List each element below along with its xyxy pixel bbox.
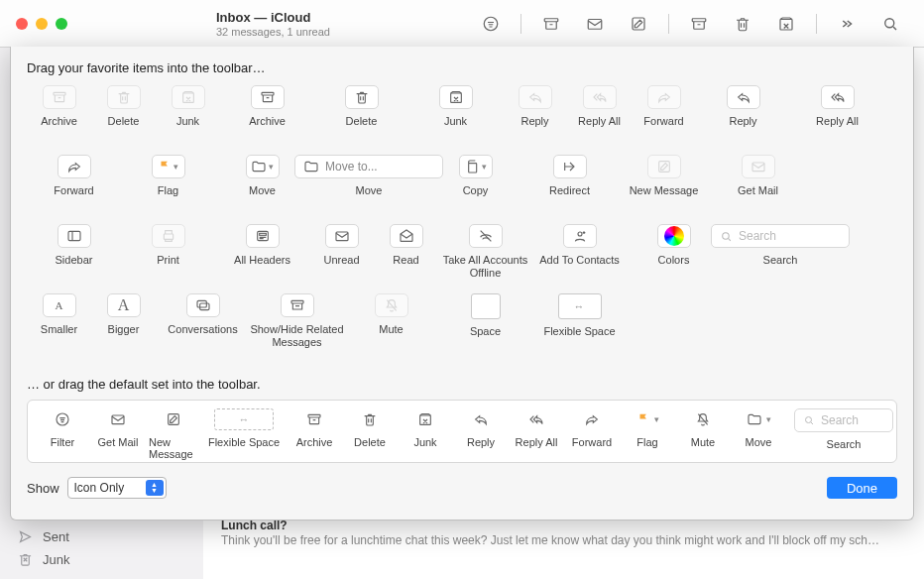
sidebar-item-sent[interactable]: Sent xyxy=(0,525,203,548)
done-button[interactable]: Done xyxy=(827,477,897,499)
default-item-move[interactable]: ▾Move xyxy=(734,408,783,448)
mail-icon[interactable] xyxy=(575,12,615,36)
toolbar-item-all-headers[interactable]: All Headers xyxy=(215,224,309,267)
item-label: Reply xyxy=(520,115,548,128)
toolbar-item-unread[interactable]: Unread xyxy=(309,224,374,267)
toolbar-item-archive[interactable]: Archive xyxy=(27,85,91,128)
item-label: Add To Contacts xyxy=(539,254,620,267)
item-label: Forward xyxy=(643,115,683,128)
default-item-get-mail[interactable]: Get Mail xyxy=(93,408,143,448)
svg-rect-28 xyxy=(420,415,431,424)
search-field[interactable]: Search xyxy=(794,408,893,432)
default-item-new-message[interactable]: New Message xyxy=(149,408,198,460)
sidebar-item-label: Junk xyxy=(43,552,69,567)
toolbar-item-delete[interactable]: Delete xyxy=(314,85,408,128)
archive2-icon[interactable] xyxy=(679,12,719,36)
item-label: Flag xyxy=(158,184,178,197)
item-label: Reply All xyxy=(578,115,621,128)
item-label: Reply xyxy=(729,115,756,128)
default-item-forward[interactable]: Forward xyxy=(567,408,617,448)
toolbar-item-smaller[interactable]: ASmaller xyxy=(27,293,91,336)
toolbar-item-bigger[interactable]: ABigger xyxy=(91,293,156,336)
minimize-button[interactable] xyxy=(36,18,48,30)
toolbar-item-archive[interactable]: Archive xyxy=(220,85,314,128)
toolbar-item-reply-all[interactable]: Reply All xyxy=(567,85,632,128)
sidebar-item-label: Sent xyxy=(43,529,69,544)
item-label: Delete xyxy=(346,115,378,128)
default-item-filter[interactable]: Filter xyxy=(38,408,87,448)
toolbar-item-read[interactable]: Read xyxy=(374,224,438,267)
toolbar-item-sidebar[interactable]: Sidebar xyxy=(27,224,121,267)
item-label: Smaller xyxy=(41,323,77,336)
toolbar-item-get-mail[interactable]: Get Mail xyxy=(711,155,805,197)
item-label: Flag xyxy=(636,436,657,448)
toolbar-item-print[interactable]: Print xyxy=(121,224,215,267)
search-field[interactable]: Search xyxy=(711,224,850,248)
svg-rect-27 xyxy=(308,414,320,417)
flexible-space-icon xyxy=(214,408,274,430)
toolbar-item-reply[interactable]: Reply xyxy=(696,85,790,128)
archive-icon[interactable] xyxy=(531,12,571,36)
junk-icon[interactable] xyxy=(766,12,806,36)
svg-rect-15 xyxy=(164,234,173,239)
item-label: Delete xyxy=(108,115,140,128)
default-item-archive[interactable]: Archive xyxy=(289,408,339,448)
toolbar-item-colors[interactable]: Colors xyxy=(627,224,721,267)
item-label: Archive xyxy=(296,436,333,448)
svg-rect-2 xyxy=(588,19,602,29)
item-label: Sidebar xyxy=(56,254,93,267)
item-label: Archive xyxy=(249,115,286,128)
default-item-mute[interactable]: Mute xyxy=(678,408,728,448)
toolbar-item-mute[interactable]: Mute xyxy=(344,293,438,336)
compose-icon[interactable] xyxy=(619,12,658,36)
move-to-field[interactable]: Move to... xyxy=(294,155,443,178)
toolbar-item-delete[interactable]: Delete xyxy=(91,85,156,128)
message-subject: Lunch call? xyxy=(221,519,904,532)
item-label: Colors xyxy=(658,254,690,267)
filter-icon[interactable] xyxy=(471,12,511,36)
item-label: Print xyxy=(157,254,179,267)
search-icon[interactable] xyxy=(870,12,910,36)
item-label: Move xyxy=(356,184,383,197)
toolbar-item-space[interactable]: Space xyxy=(438,293,532,338)
toolbar-item-move[interactable]: Move to...Move xyxy=(309,155,428,197)
trash-icon[interactable] xyxy=(723,12,762,36)
toolbar-item-take-all-accounts-offline[interactable]: Take All Accounts Offline xyxy=(438,224,532,280)
zoom-button[interactable] xyxy=(56,18,67,30)
item-label: Archive xyxy=(41,115,77,128)
toolbar-item-reply-all[interactable]: Reply All xyxy=(790,85,884,128)
toolbar-item-show-hide-related-messages[interactable]: Show/Hide Related Messages xyxy=(250,293,344,349)
item-label: Redirect xyxy=(549,184,590,197)
default-item-search[interactable]: SearchSearch xyxy=(789,408,898,450)
item-label: Unread xyxy=(323,254,359,267)
toolbar-item-copy[interactable]: ▾Copy xyxy=(428,155,522,197)
close-button[interactable] xyxy=(16,18,28,30)
default-item-reply[interactable]: Reply xyxy=(456,408,506,448)
more-icon[interactable] xyxy=(827,12,866,36)
toolbar-item-forward[interactable]: Forward xyxy=(27,155,121,197)
toolbar-item-flexible-space[interactable]: Flexible Space xyxy=(532,293,627,338)
default-item-junk[interactable]: Junk xyxy=(401,408,450,448)
toolbar-item-redirect[interactable]: Redirect xyxy=(522,155,617,197)
window-title: Inbox — iCloud xyxy=(216,10,310,25)
default-item-reply-all[interactable]: Reply All xyxy=(512,408,561,448)
toolbar-item-forward[interactable]: Forward xyxy=(632,85,696,128)
toolbar-item-new-message[interactable]: New Message xyxy=(617,155,711,197)
toolbar-item-search[interactable]: SearchSearch xyxy=(721,224,840,267)
toolbar-item-add-to-contacts[interactable]: Add To Contacts xyxy=(532,224,627,267)
default-toolbar-set[interactable]: FilterGet MailNew MessageFlexible SpaceA… xyxy=(27,400,897,463)
toolbar-item-conversations[interactable]: Conversations xyxy=(156,293,250,336)
toolbar-item-reply[interactable]: Reply xyxy=(503,85,567,128)
toolbar-item-junk[interactable]: Junk xyxy=(408,85,503,128)
default-item-delete[interactable]: Delete xyxy=(345,408,395,448)
show-mode-select[interactable]: Icon Only ▲▼ xyxy=(67,477,167,499)
sidebar-item-junk[interactable]: Junk xyxy=(0,548,203,571)
default-item-flag[interactable]: ▾Flag xyxy=(623,408,672,448)
toolbar-item-junk[interactable]: Junk xyxy=(156,85,220,128)
svg-point-24 xyxy=(57,413,68,425)
svg-point-0 xyxy=(484,17,498,31)
default-item-flexible-space[interactable]: Flexible Space xyxy=(204,408,284,448)
toolbar-item-flag[interactable]: ▾Flag xyxy=(121,155,215,197)
item-label: Reply xyxy=(467,436,495,448)
item-label: All Headers xyxy=(234,254,290,267)
